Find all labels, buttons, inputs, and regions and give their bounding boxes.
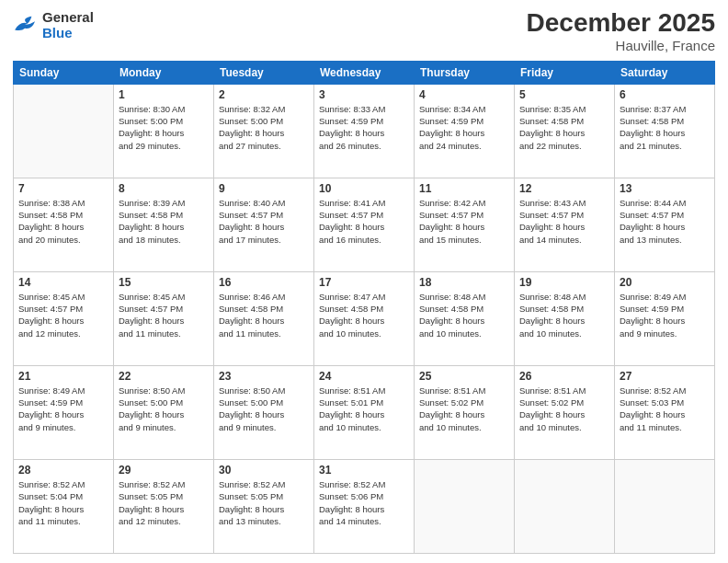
daylight-text: Daylight: 8 hours [18,315,108,327]
daylight-text: Daylight: 8 hours [319,315,409,327]
day-info: Sunrise: 8:48 AMSunset: 4:58 PMDaylight:… [519,291,609,339]
header-saturday: Saturday [615,61,715,84]
day-info: Sunrise: 8:48 AMSunset: 4:58 PMDaylight:… [419,291,509,339]
daylight-text: Daylight: 8 hours [119,221,209,233]
daylight-text: Daylight: 8 hours [319,503,409,515]
day-number: 22 [119,370,209,383]
day-info: Sunrise: 8:52 AMSunset: 5:05 PMDaylight:… [119,478,209,527]
day-number: 18 [419,276,509,289]
sunrise-text: Sunrise: 8:51 AM [319,385,409,396]
daylight-text: Daylight: 8 hours [119,408,209,420]
daylight-text: Daylight: 8 hours [620,221,710,233]
page: General Blue December 2025 Hauville, Fra… [0,0,728,563]
daylight-text-cont: and 17 minutes. [219,234,309,246]
daylight-text: Daylight: 8 hours [18,221,108,233]
calendar-week-row: 1Sunrise: 8:30 AMSunset: 5:00 PMDaylight… [14,84,715,178]
sunrise-text: Sunrise: 8:52 AM [219,478,309,490]
sunset-text: Sunset: 4:59 PM [620,303,710,315]
daylight-text: Daylight: 8 hours [620,127,710,139]
table-row: 20Sunrise: 8:49 AMSunset: 4:59 PMDayligh… [615,271,715,365]
table-row: 18Sunrise: 8:48 AMSunset: 4:58 PMDayligh… [415,271,515,365]
sunrise-text: Sunrise: 8:50 AM [219,385,309,396]
daylight-text-cont: and 21 minutes. [620,140,710,152]
table-row: 23Sunrise: 8:50 AMSunset: 5:00 PMDayligh… [214,365,314,459]
day-info: Sunrise: 8:49 AMSunset: 4:59 PMDaylight:… [18,385,108,433]
table-row: 9Sunrise: 8:40 AMSunset: 4:57 PMDaylight… [214,178,314,271]
daylight-text: Daylight: 8 hours [119,503,209,515]
table-row [615,459,715,553]
daylight-text-cont: and 9 minutes. [620,327,710,339]
day-info: Sunrise: 8:38 AMSunset: 4:58 PMDaylight:… [18,197,108,246]
daylight-text: Daylight: 8 hours [219,408,309,420]
day-number: 1 [119,88,209,101]
calendar-week-row: 14Sunrise: 8:45 AMSunset: 4:57 PMDayligh… [14,271,715,365]
day-number: 9 [219,182,309,195]
daylight-text: Daylight: 8 hours [219,221,309,233]
calendar-title: December 2025 [527,9,715,38]
table-row: 13Sunrise: 8:44 AMSunset: 4:57 PMDayligh… [615,178,715,271]
day-info: Sunrise: 8:41 AMSunset: 4:57 PMDaylight:… [319,197,409,246]
sunrise-text: Sunrise: 8:46 AM [219,291,309,303]
sunrise-text: Sunrise: 8:38 AM [18,197,108,209]
day-info: Sunrise: 8:50 AMSunset: 5:00 PMDaylight:… [119,385,209,433]
day-number: 5 [519,88,609,101]
sunrise-text: Sunrise: 8:33 AM [319,103,409,115]
day-number: 24 [319,370,409,383]
sunset-text: Sunset: 4:58 PM [419,303,509,315]
daylight-text: Daylight: 8 hours [18,408,108,420]
sunset-text: Sunset: 5:03 PM [620,396,710,408]
sunrise-text: Sunrise: 8:30 AM [119,103,209,115]
day-info: Sunrise: 8:44 AMSunset: 4:57 PMDaylight:… [620,197,710,246]
sunrise-text: Sunrise: 8:42 AM [419,197,509,209]
daylight-text: Daylight: 8 hours [119,315,209,327]
table-row: 22Sunrise: 8:50 AMSunset: 5:00 PMDayligh… [114,365,214,459]
day-number: 2 [219,88,309,101]
day-number: 10 [319,182,409,195]
sunset-text: Sunset: 5:00 PM [119,396,209,408]
day-number: 31 [319,464,409,477]
header-monday: Monday [114,61,214,84]
daylight-text-cont: and 29 minutes. [119,140,209,152]
day-info: Sunrise: 8:52 AMSunset: 5:05 PMDaylight:… [219,478,309,527]
day-number: 19 [519,276,609,289]
day-info: Sunrise: 8:35 AMSunset: 4:58 PMDaylight:… [519,103,609,152]
day-number: 3 [319,88,409,101]
daylight-text: Daylight: 8 hours [319,221,409,233]
sunrise-text: Sunrise: 8:44 AM [620,197,710,209]
daylight-text-cont: and 11 minutes. [119,327,209,339]
daylight-text-cont: and 20 minutes. [18,234,108,246]
daylight-text-cont: and 26 minutes. [319,140,409,152]
daylight-text: Daylight: 8 hours [219,127,309,139]
sunset-text: Sunset: 4:59 PM [419,115,509,127]
daylight-text-cont: and 27 minutes. [219,140,309,152]
table-row: 6Sunrise: 8:37 AMSunset: 4:58 PMDaylight… [615,84,715,178]
day-number: 4 [419,88,509,101]
sunrise-text: Sunrise: 8:51 AM [419,385,509,396]
day-info: Sunrise: 8:37 AMSunset: 4:58 PMDaylight:… [620,103,710,152]
table-row [14,84,114,178]
table-row: 15Sunrise: 8:45 AMSunset: 4:57 PMDayligh… [114,271,214,365]
sunrise-text: Sunrise: 8:51 AM [519,385,609,396]
day-number: 26 [519,370,609,383]
day-number: 20 [620,276,710,289]
day-number: 12 [519,182,609,195]
day-number: 8 [119,182,209,195]
sunset-text: Sunset: 5:02 PM [519,396,609,408]
daylight-text-cont: and 15 minutes. [419,234,509,246]
day-number: 21 [18,370,108,383]
table-row: 24Sunrise: 8:51 AMSunset: 5:01 PMDayligh… [314,365,415,459]
daylight-text: Daylight: 8 hours [519,221,609,233]
calendar-week-row: 28Sunrise: 8:52 AMSunset: 5:04 PMDayligh… [14,459,715,553]
sunset-text: Sunset: 4:58 PM [519,115,609,127]
daylight-text: Daylight: 8 hours [219,315,309,327]
logo: General Blue [13,9,94,40]
daylight-text: Daylight: 8 hours [419,408,509,420]
sunrise-text: Sunrise: 8:52 AM [18,478,108,490]
table-row: 25Sunrise: 8:51 AMSunset: 5:02 PMDayligh… [415,365,515,459]
day-number: 11 [419,182,509,195]
sunset-text: Sunset: 4:58 PM [620,115,710,127]
day-number: 28 [18,464,108,477]
title-block: December 2025 Hauville, France [527,9,715,53]
day-number: 13 [620,182,710,195]
sunset-text: Sunset: 4:57 PM [319,209,409,221]
